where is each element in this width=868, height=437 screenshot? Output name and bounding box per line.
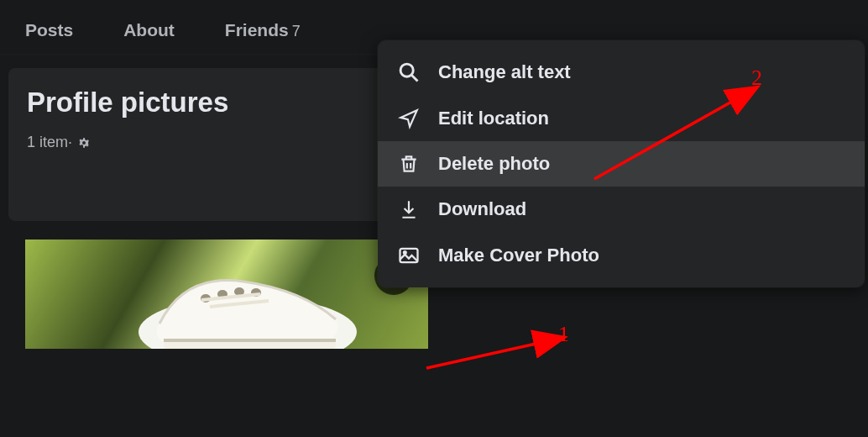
gear-icon[interactable] xyxy=(77,136,91,150)
svg-line-8 xyxy=(412,76,418,82)
meta-sep: · xyxy=(68,134,72,151)
tab-about[interactable]: About xyxy=(123,20,175,40)
menu-download[interactable]: Download xyxy=(378,187,865,232)
menu-change-alt-text[interactable]: Change alt text xyxy=(378,49,865,96)
menu-label: Download xyxy=(438,198,526,220)
photo-options-menu: Change alt text Edit location Delete pho… xyxy=(378,40,865,287)
search-icon xyxy=(396,61,421,84)
photo-thumbnail xyxy=(25,240,428,349)
annotation-arrow-1 xyxy=(411,328,575,378)
menu-label: Change alt text xyxy=(438,61,571,83)
tab-posts[interactable]: Posts xyxy=(25,20,73,40)
svg-point-10 xyxy=(404,251,406,254)
menu-edit-location[interactable]: Edit location xyxy=(378,96,865,141)
svg-line-12 xyxy=(426,338,562,368)
item-count: 1 item xyxy=(27,134,68,151)
menu-make-cover-photo[interactable]: Make Cover Photo xyxy=(378,232,865,279)
annotation-label-1: 1 xyxy=(558,322,569,347)
trash-icon xyxy=(396,153,421,175)
tab-friends-label: Friends xyxy=(225,20,289,39)
menu-label: Make Cover Photo xyxy=(438,245,599,266)
sneaker-illustration xyxy=(134,240,361,349)
menu-label: Delete photo xyxy=(438,153,550,175)
svg-rect-6 xyxy=(164,339,336,342)
menu-label: Edit location xyxy=(438,108,549,129)
download-icon xyxy=(396,198,421,220)
tab-friends[interactable]: Friends7 xyxy=(225,20,301,40)
image-icon xyxy=(396,244,421,267)
friends-count: 7 xyxy=(292,23,301,39)
photo-tile[interactable] xyxy=(25,240,428,349)
svg-point-7 xyxy=(400,64,413,76)
menu-delete-photo[interactable]: Delete photo xyxy=(378,141,865,187)
location-arrow-icon xyxy=(396,108,421,129)
